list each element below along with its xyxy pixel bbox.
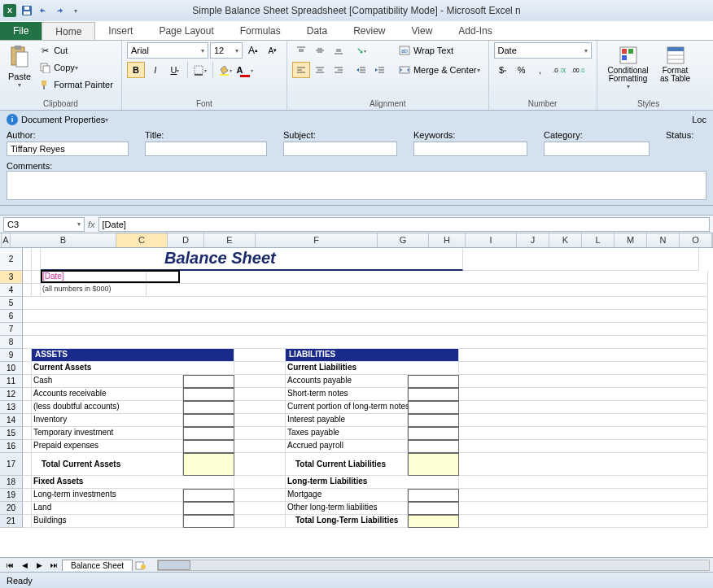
align-left-button[interactable] xyxy=(292,62,310,78)
spreadsheet-grid[interactable]: ABCDEFGHIJKLMNO 234567891011121314151617… xyxy=(0,233,713,557)
decrease-decimal-button[interactable]: .00.0 xyxy=(569,62,587,78)
row-header-3[interactable]: 3 xyxy=(0,271,23,284)
new-sheet-button[interactable] xyxy=(134,560,147,571)
paste-button[interactable]: Paste ▾ xyxy=(5,42,34,96)
tab-review[interactable]: Review xyxy=(340,22,398,40)
tab-addins[interactable]: Add-Ins xyxy=(445,22,505,40)
scroll-thumb[interactable] xyxy=(158,560,190,570)
undo-button[interactable] xyxy=(36,3,50,18)
orientation-button[interactable]: ➘▾ xyxy=(352,42,370,59)
liab-value-input[interactable] xyxy=(408,427,459,440)
asset-value-input[interactable] xyxy=(183,515,234,528)
col-header-O[interactable]: O xyxy=(680,233,712,247)
title-input[interactable] xyxy=(145,142,267,156)
format-painter-button[interactable]: Format Painter xyxy=(36,76,116,93)
asset-value-input[interactable] xyxy=(183,375,234,388)
horizontal-scrollbar[interactable] xyxy=(157,560,710,571)
qat-customize-dropdown[interactable]: ▾ xyxy=(68,3,83,18)
fx-icon[interactable]: fx xyxy=(88,220,95,229)
currency-button[interactable]: $▾ xyxy=(494,62,512,78)
save-button[interactable] xyxy=(20,3,34,18)
total-liab-value[interactable] xyxy=(408,453,459,476)
sheet-tab-balance-sheet[interactable]: Balance Sheet xyxy=(62,560,133,571)
doc-props-title[interactable]: Document Properties xyxy=(21,115,105,124)
row-header-10[interactable]: 10 xyxy=(0,362,23,375)
col-header-E[interactable]: E xyxy=(204,233,256,247)
tab-page-layout[interactable]: Page Layout xyxy=(146,22,226,40)
asset-value-input[interactable] xyxy=(183,414,234,427)
total-assets-value[interactable] xyxy=(183,453,234,476)
fill-color-button[interactable]: ▾ xyxy=(217,62,234,78)
col-header-A[interactable]: A xyxy=(2,233,11,247)
liab-value-input[interactable] xyxy=(408,502,459,515)
col-header-N[interactable]: N xyxy=(647,233,680,247)
comments-input[interactable] xyxy=(7,171,706,200)
wrap-text-button[interactable]: abWrap Text xyxy=(396,42,483,59)
conditional-formatting-button[interactable]: Conditional Formatting▾ xyxy=(602,42,654,96)
row-header-20[interactable]: 20 xyxy=(0,502,23,515)
grow-font-button[interactable]: A▴ xyxy=(244,42,262,59)
col-header-M[interactable]: M xyxy=(615,233,647,247)
underline-button[interactable]: U▾ xyxy=(166,62,184,78)
asset-value-input[interactable] xyxy=(183,427,234,440)
align-top-button[interactable] xyxy=(292,42,310,59)
row-header-19[interactable]: 19 xyxy=(0,489,23,502)
redo-button[interactable] xyxy=(52,3,67,18)
font-size-combo[interactable]: 12▾ xyxy=(210,42,243,59)
percent-button[interactable]: % xyxy=(513,62,531,78)
row-header-9[interactable]: 9 xyxy=(0,349,23,362)
border-button[interactable]: ▾ xyxy=(191,62,209,78)
row-header-17[interactable]: 17 xyxy=(0,453,23,476)
col-header-F[interactable]: F xyxy=(256,233,378,247)
tab-insert[interactable]: Insert xyxy=(95,22,146,40)
liab-value-input[interactable] xyxy=(408,375,459,388)
author-input[interactable] xyxy=(7,142,129,156)
col-header-C[interactable]: C xyxy=(116,233,168,247)
row-header-18[interactable]: 18 xyxy=(0,476,23,489)
comma-button[interactable]: , xyxy=(531,62,549,78)
sheet-nav-next[interactable]: ▶ xyxy=(33,560,46,571)
row-header-7[interactable]: 7 xyxy=(0,323,23,336)
increase-indent-button[interactable] xyxy=(371,62,389,78)
row-header-6[interactable]: 6 xyxy=(0,310,23,323)
decrease-indent-button[interactable] xyxy=(352,62,370,78)
formula-input[interactable]: [Date] xyxy=(98,217,710,232)
merge-center-button[interactable]: Merge & Center ▾ xyxy=(396,62,483,78)
tab-view[interactable]: View xyxy=(399,22,446,40)
tab-home[interactable]: Home xyxy=(42,22,95,40)
sheet-nav-prev[interactable]: ◀ xyxy=(18,560,31,571)
align-center-button[interactable] xyxy=(311,62,329,78)
keywords-input[interactable] xyxy=(413,142,527,156)
row-header-2[interactable]: 2 xyxy=(0,248,23,271)
liab-value-input[interactable] xyxy=(408,414,459,427)
row-header-21[interactable]: 21 xyxy=(0,515,23,528)
number-format-combo[interactable]: Date▾ xyxy=(494,42,592,59)
font-color-button[interactable]: A▾ xyxy=(236,62,254,78)
bold-button[interactable]: B xyxy=(127,62,145,78)
align-bottom-button[interactable] xyxy=(330,42,348,59)
row-header-8[interactable]: 8 xyxy=(0,336,23,349)
col-header-D[interactable]: D xyxy=(168,233,204,247)
cut-button[interactable]: ✂Cut xyxy=(36,42,116,59)
name-box[interactable]: C3▾ xyxy=(3,217,85,232)
align-right-button[interactable] xyxy=(330,62,348,78)
subject-input[interactable] xyxy=(283,142,397,156)
row-header-5[interactable]: 5 xyxy=(0,297,23,310)
row-header-11[interactable]: 11 xyxy=(0,375,23,388)
align-middle-button[interactable] xyxy=(311,42,329,59)
row-header-4[interactable]: 4 xyxy=(0,284,23,297)
shrink-font-button[interactable]: A▾ xyxy=(264,42,282,59)
sheet-nav-last[interactable]: ⏭ xyxy=(47,560,60,571)
col-header-B[interactable]: B xyxy=(11,233,116,247)
col-header-K[interactable]: K xyxy=(549,233,582,247)
liab-value-input[interactable] xyxy=(408,388,459,401)
liab-value-input[interactable] xyxy=(408,440,459,453)
asset-value-input[interactable] xyxy=(183,440,234,453)
asset-value-input[interactable] xyxy=(183,388,234,401)
col-header-I[interactable]: I xyxy=(466,233,517,247)
tab-formulas[interactable]: Formulas xyxy=(227,22,294,40)
format-as-table-button[interactable]: Format as Table xyxy=(656,42,695,96)
tab-data[interactable]: Data xyxy=(294,22,340,40)
copy-button[interactable]: Copy ▾ xyxy=(36,59,116,76)
cells-area[interactable]: Balance Sheet [Date] (all numbers in $00… xyxy=(23,248,713,528)
